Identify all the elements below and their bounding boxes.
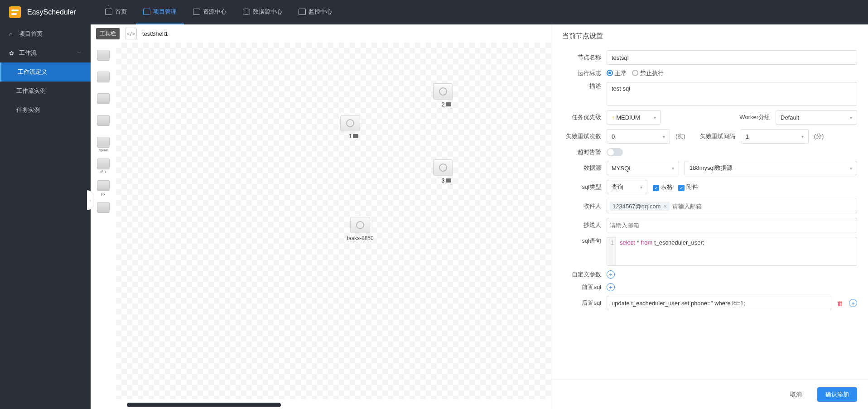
desc-textarea[interactable]: test sql: [607, 82, 857, 106]
label-retry-interval: 失败重试间隔: [700, 132, 735, 140]
sql-editor[interactable]: 1 select * from t_escheduler_user;: [607, 237, 857, 266]
label-recipient: 收件人: [562, 202, 601, 210]
retry-interval-select[interactable]: 1▾: [741, 129, 809, 144]
add-param-button[interactable]: +: [607, 270, 615, 279]
radio-off-icon: [632, 70, 638, 76]
chevron-down-icon: ▾: [640, 185, 642, 190]
shell-icon: [97, 50, 110, 61]
dependent-icon: [97, 202, 110, 213]
delete-icon[interactable]: 🗑: [837, 299, 844, 307]
tool-spark[interactable]: Spark: [94, 133, 112, 151]
label-desc: 描述: [562, 82, 601, 90]
recipient-text-input[interactable]: [672, 203, 854, 210]
gear-icon: [439, 164, 447, 172]
nav-datasource[interactable]: 数据源中心: [236, 0, 289, 24]
dag-canvas[interactable]: 1 2 3 tasks-8850: [116, 43, 551, 399]
nav-home[interactable]: 首页: [98, 0, 134, 24]
node-label: 2: [442, 101, 445, 108]
checkbox-table[interactable]: ✓表格: [653, 183, 673, 192]
chevron-down-icon: ▾: [850, 166, 852, 171]
cancel-button[interactable]: 取消: [782, 387, 810, 402]
tool-dependent[interactable]: [94, 198, 112, 217]
datasource-name-select[interactable]: 188mysql数据源▾: [685, 161, 857, 175]
sidebar-item-workflow-inst[interactable]: 工作流实例: [0, 82, 91, 101]
mr-icon: [97, 159, 110, 169]
app-title: EasyScheduler: [27, 8, 76, 16]
horizontal-scrollbar[interactable]: [127, 403, 281, 407]
logo-icon: [9, 6, 21, 18]
tool-python[interactable]: py: [94, 177, 112, 195]
monitor-icon: [299, 9, 306, 15]
cb-label: 附件: [686, 183, 698, 190]
workflow-editor: 工具栏 </> testShell1 Spark MR py 1 2 3 tas…: [91, 24, 551, 409]
label-worker-group: Worker分组: [739, 113, 770, 121]
label-sql-type: sql类型: [562, 183, 601, 191]
add-pre-sql-button[interactable]: +: [607, 283, 615, 291]
radio-run-forbid[interactable]: 禁止执行: [632, 69, 664, 77]
tag-text: 1234567@qq.com: [612, 203, 661, 210]
cc-input[interactable]: [607, 218, 857, 232]
ds-type-value: MYSQL: [612, 165, 632, 172]
nav-datasource-label: 数据源中心: [253, 8, 282, 16]
sidebar-item-workflow-def[interactable]: 工作流定义: [0, 63, 91, 82]
tool-subprocess[interactable]: [94, 68, 112, 86]
project-icon: [143, 9, 150, 15]
node-name-input[interactable]: [607, 50, 857, 65]
tool-mr[interactable]: MR: [94, 155, 112, 173]
tool-label: MR: [94, 170, 112, 174]
sidebar-item-project-home[interactable]: ⌂项目首页: [0, 24, 91, 43]
label-post-sql: 后置sql: [562, 299, 601, 307]
sql-type-select[interactable]: 查询▾: [607, 180, 647, 194]
chevron-down-icon: ▾: [672, 166, 674, 171]
node-label: tasks-8850: [347, 235, 374, 241]
worker-group-select[interactable]: Default▾: [776, 110, 857, 125]
tool-sql[interactable]: [94, 111, 112, 130]
line-number: 1: [607, 237, 616, 265]
tag-remove-icon[interactable]: ×: [663, 203, 667, 210]
label-node-name: 节点名称: [562, 53, 601, 62]
python-icon: [97, 180, 110, 191]
checkbox-attachment[interactable]: ✓附件: [678, 183, 698, 192]
post-sql-input[interactable]: [607, 296, 831, 310]
sidebar-label: 项目首页: [19, 30, 43, 38]
tool-procedure[interactable]: [94, 90, 112, 108]
confirm-button[interactable]: 确认添加: [817, 387, 857, 402]
top-navbar: EasyScheduler 首页 项目管理 资源中心 数据源中心 监控中心: [0, 0, 868, 24]
folder-icon: [193, 9, 200, 15]
gear-icon: [356, 221, 364, 229]
cb-label: 表格: [661, 183, 673, 190]
label-retry-count: 失败重试次数: [562, 132, 601, 140]
tool-shell[interactable]: [94, 46, 112, 64]
dag-node-tasks-8850[interactable]: tasks-8850: [347, 217, 374, 241]
unit-minutes: (分): [814, 132, 824, 140]
sidebar-label: 工作流: [19, 49, 37, 57]
check-icon: ✓: [653, 185, 659, 191]
nav-monitor-label: 监控中心: [309, 8, 332, 16]
add-post-sql-button[interactable]: +: [849, 299, 857, 307]
sql-icon: [97, 115, 110, 126]
toolbar-badge: 工具栏: [96, 28, 120, 39]
datasource-type-select[interactable]: MYSQL▾: [607, 161, 679, 175]
priority-value: MEDIUM: [616, 114, 640, 121]
nav-monitor[interactable]: 监控中心: [291, 0, 339, 24]
chevron-down-icon: ▾: [663, 134, 665, 139]
retry-count-select[interactable]: 0▾: [607, 129, 670, 144]
nav-resource[interactable]: 资源中心: [186, 0, 234, 24]
code-view-toggle[interactable]: </>: [125, 28, 137, 39]
node-label: 1: [349, 133, 352, 140]
dag-node-1[interactable]: 1: [340, 115, 360, 140]
subprocess-icon: [97, 72, 110, 82]
sidebar-item-task-inst[interactable]: 任务实例: [0, 101, 91, 120]
database-icon: [243, 9, 250, 15]
cc-text-input[interactable]: [610, 222, 854, 229]
nav-project[interactable]: 项目管理: [136, 0, 184, 24]
timeout-switch[interactable]: [607, 148, 623, 156]
sidebar-item-workflow[interactable]: ✿工作流﹀: [0, 43, 91, 63]
radio-run-normal[interactable]: 正常: [607, 69, 627, 77]
dag-node-3[interactable]: 3: [433, 159, 453, 184]
home-icon: [105, 9, 112, 15]
recipient-input[interactable]: 1234567@qq.com×: [607, 199, 857, 213]
dag-node-2[interactable]: 2: [433, 83, 453, 108]
sql-type-value: 查询: [612, 183, 623, 191]
priority-select[interactable]: ↑ MEDIUM▾: [607, 110, 661, 125]
